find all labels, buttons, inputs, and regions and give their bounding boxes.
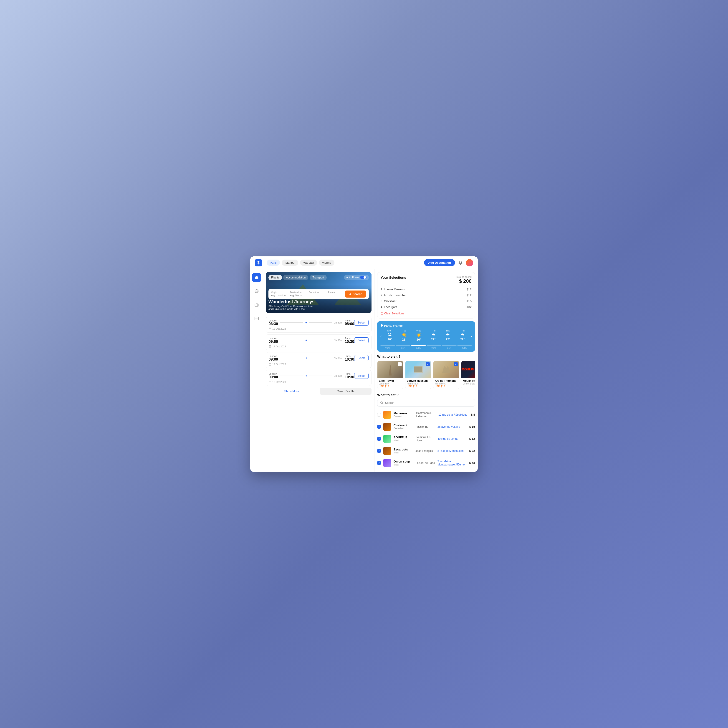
visit-card-2[interactable]: ✓ Arc de Triomphe Monument USD $12 bbox=[433, 361, 459, 389]
eat-name-3: Escargots bbox=[393, 448, 413, 451]
selection-item-1: 2. Arc de Triomphe$12 bbox=[381, 292, 472, 298]
return-label: Return bbox=[328, 291, 343, 294]
top-nav: Paris Istanbul Warsaw Vienna Add Destina… bbox=[250, 256, 478, 269]
user-avatar[interactable] bbox=[466, 259, 473, 266]
flight-depart-0: 06:30 bbox=[269, 322, 278, 326]
show-more-button[interactable]: Show More bbox=[266, 388, 318, 395]
eat-cuisine-0: Gastronomie Indienne bbox=[416, 411, 436, 418]
destination-input[interactable] bbox=[290, 294, 305, 297]
sidebar-card-icon[interactable] bbox=[252, 314, 261, 323]
sidebar-home-icon[interactable] bbox=[252, 273, 261, 282]
flight-arrive-3: 10:30 bbox=[345, 375, 354, 379]
selections-title: Your Selections bbox=[381, 275, 406, 279]
main-content: Flights Accommodation Transport Auto Rou… bbox=[250, 269, 478, 472]
search-label: Search bbox=[353, 292, 362, 296]
select-flight-1[interactable]: Select bbox=[354, 337, 369, 343]
eat-checkbox-0[interactable] bbox=[377, 413, 381, 416]
flight-from-1: London bbox=[269, 337, 278, 340]
eat-price-2: $ 12 bbox=[470, 437, 475, 440]
visit-card-3[interactable]: MOULIN ROUGE Moulin Rouge Dinner theater bbox=[461, 361, 475, 389]
svg-rect-19 bbox=[269, 381, 271, 383]
origin-input[interactable] bbox=[271, 294, 286, 297]
nav-tab-paris[interactable]: Paris bbox=[267, 260, 280, 266]
transport-tab[interactable]: Transport bbox=[310, 275, 327, 280]
search-button[interactable]: Search bbox=[345, 291, 366, 298]
sidebar-globe-icon[interactable] bbox=[252, 287, 261, 296]
flight-to-3: Paris bbox=[345, 372, 354, 375]
visit-section-title: What to visit ? bbox=[377, 355, 475, 358]
flight-result-0: London 06:30 ✈ 1h 30m Paris 08:00 Select… bbox=[266, 317, 372, 333]
sel-price-1: $12 bbox=[466, 294, 472, 297]
right-panel: Your Selections Total to spend $ 200 1. … bbox=[375, 269, 478, 472]
eat-address-2[interactable]: 40 Rue du Limas bbox=[437, 437, 467, 440]
weather-day-2: Wed☀️26° bbox=[411, 329, 426, 341]
app-container: Paris Istanbul Warsaw Vienna Add Destina… bbox=[250, 256, 478, 472]
select-flight-2[interactable]: Select bbox=[354, 355, 369, 361]
select-flight-3[interactable]: Select bbox=[354, 373, 369, 379]
svg-rect-2 bbox=[255, 304, 258, 306]
flight-from-2: London bbox=[269, 355, 278, 357]
sidebar-briefcase-icon[interactable] bbox=[252, 300, 261, 309]
eat-type-2: Meal bbox=[393, 439, 413, 442]
destination-label: Destination bbox=[290, 291, 305, 294]
flight-date-1: 12 Oct 2023 bbox=[269, 345, 369, 348]
eat-checkbox-2[interactable]: ✓ bbox=[377, 437, 381, 440]
flight-depart-3: 09:00 bbox=[269, 375, 278, 379]
bell-icon[interactable] bbox=[457, 259, 464, 266]
select-flight-0[interactable]: Select bbox=[354, 320, 369, 326]
eat-price-1: $ 15 bbox=[470, 425, 475, 428]
flights-tab[interactable]: Flights bbox=[268, 275, 282, 280]
eat-item-4: ✓ Onion soup Meal Le Ciel de Paris Tour … bbox=[377, 457, 475, 469]
accommodation-tab[interactable]: Accommodation bbox=[283, 275, 308, 280]
weather-day-4: Thu🌧22° bbox=[440, 329, 455, 341]
departure-input[interactable]: 12 Oct 2023 bbox=[309, 294, 324, 297]
auto-route-toggle[interactable] bbox=[360, 276, 367, 279]
eat-checkbox-4[interactable]: ✓ bbox=[377, 461, 381, 465]
plane-icon-1: ✈ bbox=[305, 338, 307, 342]
eat-item-0: Macarons Dessert Gastronomie Indienne 12… bbox=[377, 409, 475, 421]
weather-day-1: Tue☀️21° bbox=[397, 329, 411, 341]
eat-name-4: Onion soup bbox=[393, 460, 413, 463]
flight-result-1: London 09:00 ✈ 1h 30m Paris 10:30 Select… bbox=[266, 335, 372, 350]
eat-address-0[interactable]: 12 rue de la République bbox=[438, 413, 469, 416]
svg-rect-7 bbox=[269, 328, 271, 330]
nav-tab-warsaw[interactable]: Warsaw bbox=[300, 260, 317, 266]
eat-address-4[interactable]: Tour Maine Montparnasse, 56ème bbox=[437, 460, 467, 466]
flight-result-3: London 09:00 ✈ 1h 30m Paris 10:30 Select… bbox=[266, 370, 372, 386]
svg-rect-11 bbox=[269, 346, 271, 348]
flight-depart-1: 09:00 bbox=[269, 340, 278, 344]
visit-card-0[interactable]: Eiffel Tower Landmark USD $12 bbox=[377, 361, 403, 389]
weather-next-button[interactable]: › bbox=[471, 334, 472, 338]
auto-route-badge[interactable]: Auto Route bbox=[344, 275, 369, 280]
weather-day-0: Mon🌤20° bbox=[382, 329, 397, 341]
eat-search-input[interactable] bbox=[385, 401, 472, 404]
clear-selections-button[interactable]: Clear Selections bbox=[381, 312, 472, 315]
eat-cuisine-4: Le Ciel de Paris bbox=[415, 461, 435, 465]
clear-results-button[interactable]: Clear Results bbox=[320, 388, 372, 395]
visit-card-1[interactable]: ✓ Louvre Museum Art museum USD $12 bbox=[405, 361, 431, 389]
eat-img-0 bbox=[383, 411, 391, 419]
flight-result-2: London 09:00 ✈ 1h 30m Paris 10:30 Select… bbox=[266, 352, 372, 368]
weather-prev-button[interactable]: ‹ bbox=[380, 334, 381, 338]
add-destination-button[interactable]: Add Destination bbox=[424, 259, 455, 266]
eat-price-4: $ 43 bbox=[470, 461, 475, 465]
eat-img-2 bbox=[383, 435, 391, 443]
nav-tab-vienna[interactable]: Vienna bbox=[319, 260, 335, 266]
eat-section-title: What to eat ? bbox=[377, 393, 475, 397]
eat-cuisine-1: Passionné bbox=[415, 425, 435, 428]
visit-type-2: Monument bbox=[435, 382, 458, 385]
svg-line-25 bbox=[382, 403, 383, 404]
eat-checkbox-3[interactable]: ✓ bbox=[377, 449, 381, 453]
sel-price-2: $15 bbox=[466, 300, 472, 303]
eat-checkbox-1[interactable]: ✓ bbox=[377, 425, 381, 428]
flight-arrive-1: 10:30 bbox=[345, 340, 354, 344]
nav-tab-istanbul[interactable]: Istanbul bbox=[281, 260, 298, 266]
eat-type-0: Dessert bbox=[393, 415, 414, 418]
eat-address-1[interactable]: 26 avenue Voltaire bbox=[437, 425, 467, 428]
visit-name-1: Louvre Museum bbox=[407, 379, 430, 382]
eat-address-3[interactable]: 8 Rue de Montfaucon bbox=[437, 449, 467, 453]
eat-type-3: Meal bbox=[393, 451, 413, 454]
total-amount: $ 200 bbox=[456, 278, 472, 284]
return-input[interactable]: 21 Oct 2023 bbox=[328, 294, 343, 297]
svg-rect-3 bbox=[255, 317, 258, 320]
